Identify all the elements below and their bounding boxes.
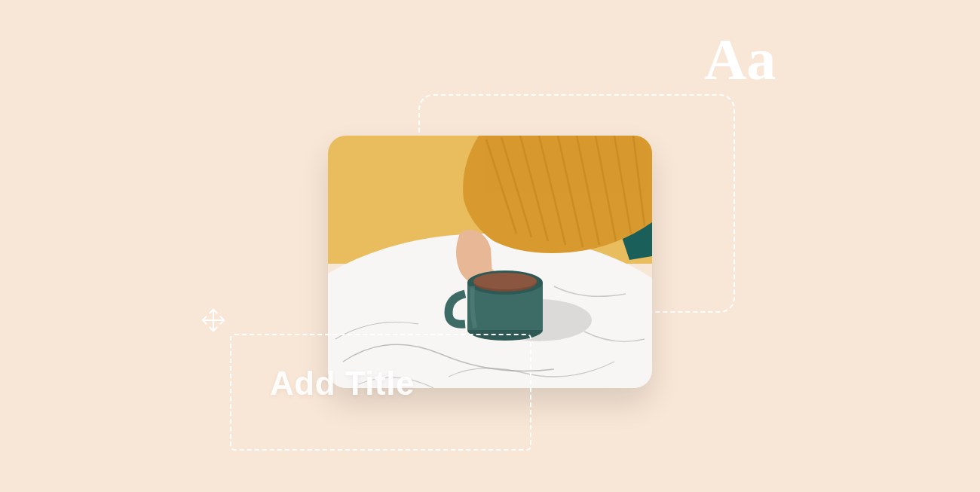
move-icon <box>199 306 228 335</box>
typography-tool-badge[interactable]: Aa <box>704 30 776 89</box>
title-text-input[interactable]: Add Title <box>270 365 415 402</box>
move-handle[interactable] <box>198 305 228 335</box>
svg-point-16 <box>473 273 537 289</box>
editor-canvas[interactable]: Aa Add Title <box>0 0 980 492</box>
